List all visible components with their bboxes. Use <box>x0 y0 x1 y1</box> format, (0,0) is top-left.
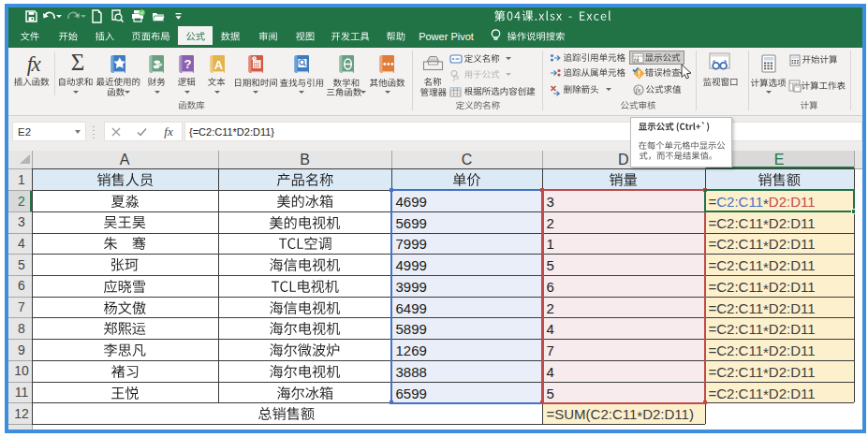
svg-text:A: A <box>213 57 223 71</box>
svg-text:fx: fx <box>634 56 640 64</box>
svg-text:fx: fx <box>453 72 460 81</box>
svg-text:?: ? <box>184 57 192 71</box>
svg-text:fx: fx <box>636 86 641 95</box>
